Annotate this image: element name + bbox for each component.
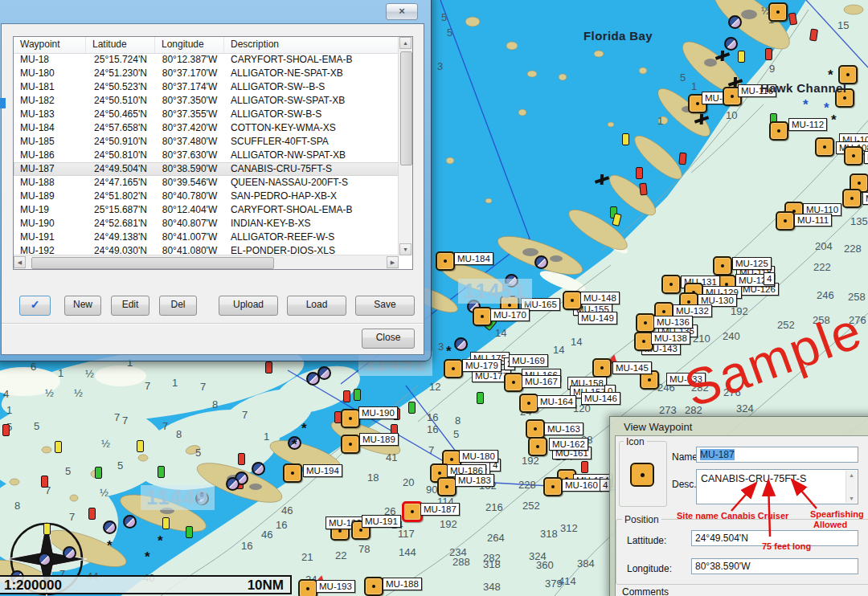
map-waypoint-label[interactable]: MU-111: [794, 214, 832, 227]
close-button[interactable]: Close: [362, 329, 415, 349]
map-waypoint-icon-m[interactable]: [842, 189, 862, 208]
map-waypoint-icon-mu-167[interactable]: [504, 373, 523, 392]
map-waypoint-icon-mu-170[interactable]: [473, 307, 492, 326]
table-row-mu-189[interactable]: MU-18924°51.802'N80°40.780'WSAN-PEDRO-HA…: [14, 190, 399, 203]
scroll-up-arrow-icon[interactable]: ▲: [399, 37, 411, 49]
map-waypoint-icon-mu-160[interactable]: [543, 477, 563, 496]
map-waypoint-label[interactable]: MU-145: [612, 361, 652, 374]
horizontal-scrollbar[interactable]: ◀ ▶: [14, 255, 399, 269]
map-waypoint-label[interactable]: MU-160: [562, 479, 601, 492]
scroll-down-arrow-icon[interactable]: ▼: [399, 243, 411, 255]
map-waypoint-label[interactable]: MU-189: [359, 433, 399, 446]
desc-scroll-down-icon[interactable]: ▼: [846, 496, 857, 501]
map-waypoint-icon-mu-131[interactable]: [661, 275, 681, 294]
desc-scroll-up-icon[interactable]: ▲: [846, 472, 857, 478]
waypoint-table-header[interactable]: WaypointLatitudeLongitudeDescription: [14, 37, 399, 54]
horizontal-scroll-thumb[interactable]: [31, 257, 274, 269]
map-waypoint-icon-mu-1[interactable]: [844, 146, 863, 165]
vertical-scroll-thumb[interactable]: [400, 51, 412, 165]
map-waypoint-icon-mu-136[interactable]: [636, 313, 655, 333]
map-waypoint-label[interactable]: MU-149: [578, 312, 617, 325]
column-header-latitude[interactable]: Latitude: [86, 37, 155, 53]
map-waypoint-label[interactable]: MU-112: [788, 118, 827, 131]
name-input[interactable]: MU-187: [696, 447, 858, 463]
table-row-mu-184[interactable]: MU-18424°57.658'N80°37.420'WCOTTON-KEY-W…: [14, 121, 399, 135]
map-waypoint-icon-mu-193[interactable]: [298, 579, 317, 596]
table-row-mu-19[interactable]: MU-1925°15.687'N80°12.404'WCARYFORT-SHOA…: [14, 203, 399, 217]
scroll-right-arrow-icon[interactable]: ▶: [387, 256, 399, 268]
map-waypoint-label[interactable]: MU-193: [316, 580, 355, 593]
map-waypoint-icon-mu-184[interactable]: [436, 251, 455, 271]
window-close-button[interactable]: ×: [386, 3, 418, 20]
map-waypoint-label[interactable]: MU-194: [303, 464, 342, 477]
map-waypoint-label[interactable]: MU-170: [490, 308, 530, 321]
vertical-scrollbar[interactable]: ▲ ▼: [398, 37, 412, 255]
edit-button[interactable]: Edit: [111, 296, 149, 316]
table-row-mu-186[interactable]: MU-18624°50.810'N80°37.630'WALLIGATOR-NW…: [14, 149, 399, 162]
upload-button[interactable]: Upload: [219, 296, 278, 316]
waypoint-table-body[interactable]: MU-1825°15.724'N80°12.387'WCARYFORT-SHOA…: [14, 53, 399, 255]
desc-input[interactable]: CANABIS-CRU-75FT-S ▲ ▼: [696, 469, 858, 504]
map-waypoint-icon-mu-125[interactable]: [713, 256, 732, 276]
confirm-check-button[interactable]: ✓: [19, 296, 51, 316]
map-waypoint-label[interactable]: MU-146: [581, 392, 620, 405]
scroll-left-arrow-icon[interactable]: ◀: [14, 256, 26, 268]
map-waypoint-label[interactable]: MU-190: [358, 406, 398, 419]
map-waypoint-label[interactable]: MU-1: [864, 151, 868, 164]
waypoint-table[interactable]: WaypointLatitudeLongitudeDescription MU-…: [13, 36, 413, 270]
map-waypoint-icon-mu-164[interactable]: [519, 394, 538, 413]
longitude-input[interactable]: 80°38.590'W: [691, 558, 858, 574]
map-waypoint-icon-mu-108[interactable]: [815, 137, 834, 157]
table-row-mu-18[interactable]: MU-1825°15.724'N80°12.387'WCARYFORT-SHOA…: [14, 53, 399, 67]
table-row-mu-181[interactable]: MU-18124°50.523'N80°37.174'WALLIGATOR-SW…: [14, 80, 399, 94]
map-waypoint-icon-mu-179[interactable]: [444, 359, 463, 378]
column-header-longitude[interactable]: Longitude: [155, 37, 224, 53]
map-waypoint-icon-mu-189[interactable]: [341, 435, 360, 454]
map-waypoint-label[interactable]: MU-164: [537, 395, 576, 408]
map-waypoint-label[interactable]: MU-179: [462, 359, 502, 372]
table-row-mu-185[interactable]: MU-18524°50.910'N80°37.480'WSCUFFLER-40F…: [14, 135, 399, 149]
load-button[interactable]: Load: [287, 296, 346, 316]
map-waypoint-label[interactable]: MU-148: [580, 292, 620, 304]
map-waypoint-icon-mu-145[interactable]: [592, 358, 612, 378]
map-waypoint-icon-mu-162[interactable]: [528, 437, 547, 456]
map-waypoint-label[interactable]: MU-163: [544, 423, 583, 435]
map-waypoint-label[interactable]: MU-138: [651, 332, 690, 345]
map-waypoint-icon-mu-188[interactable]: [364, 577, 383, 596]
table-row-mu-187[interactable]: MU-18724°49.504'N80°38.590'WCANABIS-CRU-…: [14, 162, 399, 176]
map-waypoint-label[interactable]: MU-187: [420, 503, 460, 516]
map-waypoint-label[interactable]: MU-180: [459, 450, 498, 463]
map-waypoint-icon-mu-194[interactable]: [283, 463, 302, 483]
table-row-mu-188[interactable]: MU-18824°47.165'N80°39.546'WQUEEN-NASSAU…: [14, 176, 399, 190]
table-row-mu-180[interactable]: MU-18024°51.230'N80°37.170'WALLIGATOR-NE…: [14, 67, 399, 80]
map-waypoint-label[interactable]: MU-162: [549, 438, 588, 451]
map-waypoint-icon[interactable]: [768, 2, 788, 22]
del-button[interactable]: Del: [159, 296, 197, 316]
map-waypoint-label[interactable]: MU-184: [454, 252, 493, 265]
table-row-mu-183[interactable]: MU-18324°50.465'N80°37.355'WALLIGATOR-SW…: [14, 108, 399, 121]
map-waypoint-label[interactable]: MU-136: [653, 316, 693, 329]
table-row-mu-190[interactable]: MU-19024°52.681'N80°40.807'WINDIAN-KEY-B…: [14, 217, 399, 231]
map-waypoint-label[interactable]: MU-169: [509, 354, 548, 367]
desc-scrollbar[interactable]: ▲ ▼: [845, 471, 857, 503]
map-waypoint-label[interactable]: MU-167: [522, 375, 561, 388]
waypoint-icon-preview[interactable]: [630, 463, 654, 487]
map-waypoint-label[interactable]: 4: [764, 272, 775, 285]
map-waypoint-label[interactable]: M: [862, 192, 868, 205]
new-button[interactable]: New: [64, 296, 101, 316]
column-header-description[interactable]: Description: [224, 37, 399, 53]
map-waypoint-icon-mu-112[interactable]: [769, 121, 788, 141]
map-waypoint-icon-mu-163[interactable]: [526, 419, 545, 439]
map-waypoint-label[interactable]: MU-183: [455, 474, 494, 487]
column-header-waypoint[interactable]: Waypoint: [14, 37, 86, 53]
map-waypoint-icon-mu-190[interactable]: [341, 409, 360, 428]
map-waypoint-icon-mu-148[interactable]: [563, 291, 582, 310]
map-waypoint-icon-mu-111[interactable]: [776, 211, 795, 231]
save-button[interactable]: Save: [355, 296, 415, 316]
table-row-mu-182[interactable]: MU-18224°50.510'N80°37.350'WALLIGATOR-SW…: [14, 94, 399, 108]
table-row-mu-191[interactable]: MU-19124°49.138'N80°41.007'WALLIGATOR-RE…: [14, 231, 399, 244]
map-waypoint-label[interactable]: MU-191: [362, 515, 401, 528]
map-waypoint-label[interactable]: MU-125: [732, 257, 772, 270]
map-waypoint-icon-mu-183[interactable]: [437, 477, 457, 496]
table-row-mu-192[interactable]: MU-19224°49.030'N80°41.080'WEL-PONDER-DI…: [14, 244, 399, 255]
